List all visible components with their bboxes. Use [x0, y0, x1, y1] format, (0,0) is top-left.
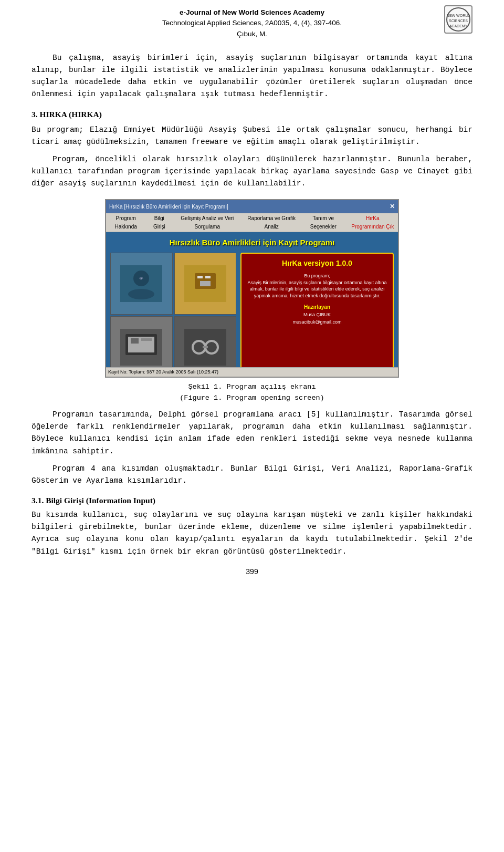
paragraph-3: Program, öncelikli olarak hırsızlık olay… — [32, 153, 472, 190]
figure-caption-line1: Şekil 1. Program açılış ekranı — [105, 382, 399, 392]
hirka-version: HırKa versiyon 1.0.0 — [282, 258, 352, 269]
menu-tanim[interactable]: Tanım ve Seçenekler — [303, 214, 343, 231]
figure-main-title: Hırsızlık Büro Amirlikleri için Kayıt Pr… — [170, 236, 335, 248]
svg-text:SCIENCES: SCIENCES — [449, 19, 468, 23]
figure-img-2 — [174, 253, 237, 315]
figure-img-1: 👁 — [110, 253, 173, 315]
main-content: Bu çalışma, asayiş birimleri için, asayi… — [32, 52, 472, 558]
figure-caption-line2: (Figure 1. Program opening screen) — [105, 393, 399, 403]
svg-text:NEW WORLD: NEW WORLD — [447, 14, 470, 17]
figure-menubar: Program Hakkında Bilgi Girişi Gelişmiş A… — [106, 213, 398, 232]
svg-text:👁: 👁 — [139, 276, 143, 281]
page-number: 399 — [32, 567, 472, 576]
section-3-heading: 3. HIRKA (HIRKA) — [32, 108, 472, 121]
paragraph-4: Programın tasarımında, Delphi görsel pro… — [32, 409, 472, 458]
menu-cik[interactable]: HırKa Programından Çık — [350, 214, 396, 231]
figure-close-btn[interactable]: ✕ — [390, 202, 395, 212]
figure-title-text: HırKa [Hırsızlık Büro Amirlikleri için K… — [109, 203, 228, 211]
svg-text:ACADEMY: ACADEMY — [449, 24, 468, 28]
figure-1-container: HırKa [Hırsızlık Büro Amirlikleri için K… — [105, 199, 399, 403]
header-line3: Çıbuk, M. — [32, 29, 472, 39]
svg-rect-11 — [205, 276, 211, 278]
figure-statusbar: Kayıt No: Toplam: 987 20 Aralık 2005 Sal… — [106, 367, 398, 377]
figure-titlebar: HırKa [Hırsızlık Büro Amirlikleri için K… — [106, 200, 398, 213]
figure-caption: Şekil 1. Program açılış ekranı (Figure 1… — [105, 382, 399, 403]
menu-raporlama[interactable]: Raporlama ve Grafik Analiz — [246, 214, 297, 231]
svg-rect-16 — [131, 338, 139, 344]
svg-point-6 — [128, 289, 154, 299]
paragraph-2: Bu program; Elazığ Emniyet Müdürlüğü Asa… — [32, 124, 472, 148]
hirka-author: Musa ÇIBUK — [303, 311, 331, 319]
hirka-desc: Bu program; Asayiş Birimlerinin, asayiş … — [246, 273, 388, 299]
svg-rect-21 — [203, 346, 208, 348]
paragraph-1: Bu çalışma, asayiş birimleri için, asayi… — [32, 52, 472, 101]
page: NEW WORLD SCIENCES ACADEMY e-Journal of … — [0, 0, 504, 852]
hirka-hazirlayan: Hazırlayan — [304, 303, 330, 311]
svg-rect-12 — [200, 281, 211, 286]
hirka-email: musacibuk@gmail.com — [292, 319, 341, 326]
figure-content-row: 👁 — [110, 253, 394, 378]
menu-bilgi-girisi[interactable]: Bilgi Girişi — [150, 214, 169, 231]
svg-rect-10 — [197, 276, 203, 278]
section-31-heading: 3.1. Bilgi Girişi (Information Input) — [32, 494, 472, 507]
logo-box: NEW WORLD SCIENCES ACADEMY — [444, 5, 472, 34]
header-line1: e-Journal of New World Sciences Academy — [32, 7, 472, 18]
paragraph-6: Bu kısımda kullanıcı, suç olaylarını ve … — [32, 509, 472, 558]
page-header: NEW WORLD SCIENCES ACADEMY e-Journal of … — [32, 0, 472, 43]
paragraph-5: Program 4 ana kısımdan oluşmaktadır. Bun… — [32, 463, 472, 487]
menu-analiz[interactable]: Gelişmiş Analiz ve Veri Sorgulama — [175, 214, 239, 231]
journal-logo: NEW WORLD SCIENCES ACADEMY — [444, 5, 472, 34]
svg-rect-17 — [141, 338, 152, 341]
figure-inner: Hırsızlık Büro Amirlikleri için Kayıt Pr… — [106, 232, 398, 378]
figure-left-images: 👁 — [110, 253, 236, 378]
header-line2: Technological Applied Sciences, 2A0035, … — [32, 18, 472, 28]
figure-1-box: HırKa [Hırsızlık Büro Amirlikleri için K… — [105, 199, 399, 378]
figure-right-box: HırKa versiyon 1.0.0 Bu program; Asayiş … — [240, 253, 394, 378]
menu-program-hakkinda[interactable]: Program Hakkında — [108, 214, 143, 231]
